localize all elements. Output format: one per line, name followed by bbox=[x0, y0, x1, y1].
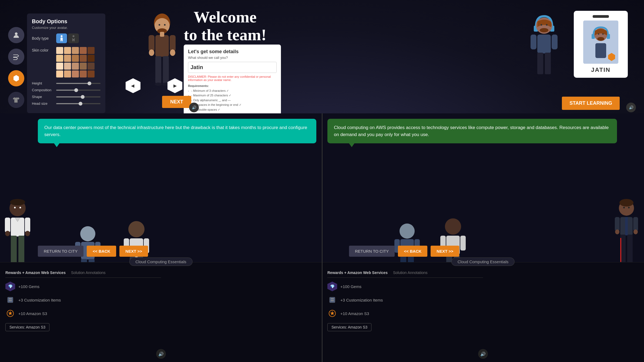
skin-cell-9[interactable] bbox=[80, 55, 87, 62]
badge-avatar-svg bbox=[583, 21, 618, 64]
svg-point-99 bbox=[633, 229, 638, 234]
sound-icon-top-right[interactable]: 🔊 bbox=[626, 103, 636, 112]
right-back-button[interactable]: << BACK bbox=[398, 246, 427, 257]
height-slider-row: Height bbox=[32, 81, 100, 85]
amazon-text: +10 Amazon S3 bbox=[18, 311, 47, 316]
body-type-label: Body type bbox=[32, 36, 56, 40]
skin-cell-5[interactable] bbox=[88, 47, 95, 54]
nav-icon-person[interactable] bbox=[8, 27, 24, 43]
body-options-subtitle: Customize your avatar. bbox=[32, 26, 100, 30]
nav-icon-shuffle[interactable] bbox=[8, 49, 24, 65]
right-amazon-text: +10 Amazon S3 bbox=[340, 311, 369, 316]
skin-cell-4[interactable] bbox=[80, 47, 87, 54]
left-next-button[interactable]: NEXT >> bbox=[119, 246, 148, 257]
skin-cell-12[interactable] bbox=[64, 63, 71, 70]
svg-point-40 bbox=[602, 33, 604, 35]
skin-cell-19[interactable] bbox=[80, 70, 87, 77]
req-2: - Maximum of 25 characters ✓ bbox=[188, 93, 277, 98]
skin-cell-14[interactable] bbox=[80, 63, 87, 70]
svg-rect-15 bbox=[149, 35, 155, 51]
right-tab-rewards[interactable]: Rewards + Amazon Web Services bbox=[327, 270, 388, 275]
right-speech-bubble: Cloud computing on AWS provides access t… bbox=[327, 119, 617, 143]
left-tab-rewards[interactable]: Rewards + Amazon Web Services bbox=[5, 270, 66, 275]
svg-point-46 bbox=[14, 207, 16, 208]
svg-rect-19 bbox=[155, 56, 161, 83]
right-annotations-section bbox=[483, 270, 639, 331]
skin-cell-1[interactable] bbox=[56, 47, 63, 54]
skin-cell-11[interactable] bbox=[56, 63, 63, 70]
body-type-female[interactable] bbox=[68, 33, 79, 43]
left-game-panel: Our data center powers most of the techn… bbox=[0, 113, 322, 362]
svg-rect-42 bbox=[595, 43, 606, 58]
right-tab-annotations[interactable]: Solution Annotations bbox=[393, 270, 428, 275]
skin-cell-16[interactable] bbox=[56, 70, 63, 77]
head-size-slider-row: Head size bbox=[32, 102, 100, 106]
left-speech-text: Our data center powers most of the techn… bbox=[44, 125, 307, 137]
right-service-tag: Services: Amazon S3 bbox=[327, 323, 371, 331]
skin-cell-18[interactable] bbox=[72, 70, 79, 77]
svg-rect-105 bbox=[330, 297, 335, 303]
skin-cell-3[interactable] bbox=[72, 47, 79, 54]
shape-thumb[interactable] bbox=[81, 95, 85, 99]
badge-top-bar bbox=[593, 15, 609, 18]
sound-icon-bottom-left[interactable]: 🔊 bbox=[156, 349, 166, 359]
skin-cell-8[interactable] bbox=[72, 55, 79, 62]
svg-rect-96 bbox=[615, 217, 620, 231]
skin-cell-20[interactable] bbox=[88, 70, 95, 77]
center-avatar-container bbox=[135, 11, 189, 108]
right-return-city-button[interactable]: RETURN TO CITY bbox=[349, 246, 395, 257]
welcome-line1: Welcome bbox=[184, 8, 267, 26]
req-3: - Only alphanumeric _, and — bbox=[188, 98, 277, 103]
skin-cell-6[interactable] bbox=[56, 55, 63, 62]
nav-icon-shirt[interactable] bbox=[8, 92, 24, 108]
left-back-button[interactable]: << BACK bbox=[87, 246, 116, 257]
svg-point-21 bbox=[155, 83, 162, 86]
svg-point-2 bbox=[61, 35, 63, 37]
badge-card: JATIN bbox=[574, 11, 628, 78]
right-next-button[interactable]: NEXT >> bbox=[431, 246, 459, 257]
start-learning-button[interactable]: START LEARNING bbox=[562, 97, 620, 110]
svg-rect-97 bbox=[633, 217, 638, 231]
height-thumb[interactable] bbox=[88, 82, 91, 85]
svg-rect-16 bbox=[170, 35, 176, 51]
gems-text: +100 Gems bbox=[18, 284, 39, 289]
right-game-panel: Cloud computing on AWS provides access t… bbox=[322, 113, 644, 362]
svg-point-28 bbox=[546, 24, 548, 26]
body-type-male[interactable] bbox=[56, 33, 67, 43]
right-speech-text: Cloud computing on AWS provides access t… bbox=[334, 125, 609, 137]
head-size-thumb[interactable] bbox=[79, 102, 82, 106]
left-reward-amazon: +10 Amazon S3 bbox=[5, 309, 161, 318]
left-return-city-button[interactable]: RETURN TO CITY bbox=[38, 246, 83, 257]
skin-cell-10[interactable] bbox=[88, 55, 95, 62]
svg-rect-20 bbox=[163, 56, 169, 83]
req-1: - Minimum of 3 characters ✓ bbox=[188, 89, 277, 93]
requirements-title: Requirements: bbox=[188, 84, 209, 87]
composition-slider-row: Composition bbox=[32, 88, 100, 92]
composition-thumb[interactable] bbox=[74, 88, 78, 92]
svg-rect-87 bbox=[460, 236, 466, 251]
right-gems-icon: 💎 bbox=[327, 282, 337, 291]
left-annotations-section bbox=[161, 270, 317, 331]
left-service-tag: Services: Amazon S3 bbox=[5, 323, 49, 331]
sound-icon-center[interactable]: 🔊 bbox=[189, 103, 199, 112]
welcome-section: Welcome to the team! bbox=[184, 8, 267, 44]
next-button[interactable]: NEXT bbox=[162, 96, 191, 108]
nav-icon-hex[interactable] bbox=[8, 70, 24, 86]
svg-rect-3 bbox=[61, 38, 63, 40]
right-bubble-bg: Cloud computing on AWS provides access t… bbox=[327, 119, 617, 143]
skin-cell-13[interactable] bbox=[72, 63, 79, 70]
height-track bbox=[56, 83, 100, 84]
svg-rect-73 bbox=[8, 297, 13, 303]
skin-cell-2[interactable] bbox=[64, 47, 71, 54]
skin-cell-17[interactable] bbox=[64, 70, 71, 77]
svg-point-17 bbox=[149, 49, 154, 56]
left-reward-gems: 💎 +100 Gems bbox=[5, 282, 161, 291]
height-label: Height bbox=[32, 81, 56, 85]
left-tab-annotations[interactable]: Solution Annotations bbox=[71, 270, 106, 275]
skin-cell-15[interactable] bbox=[88, 63, 95, 70]
right-reward-panel: Cloud Computing Essentials Rewards + Ama… bbox=[322, 262, 644, 362]
avatar-name-input[interactable] bbox=[188, 62, 277, 73]
skin-cell-7[interactable] bbox=[64, 55, 71, 62]
sound-icon-bottom-right[interactable]: 🔊 bbox=[478, 349, 488, 359]
right-course-badge: Cloud Computing Essentials bbox=[451, 258, 515, 266]
